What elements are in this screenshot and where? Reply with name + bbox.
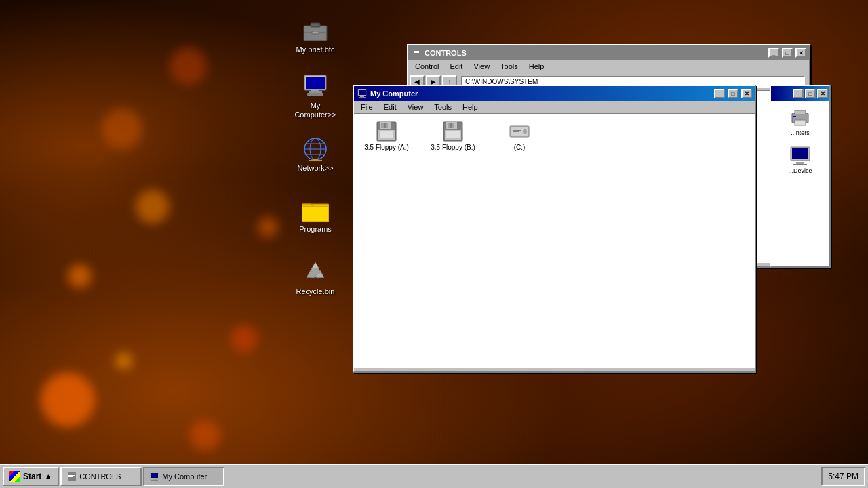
mycomputer-taskbar-icon [150,472,159,481]
menu-edit[interactable]: Edit [378,102,402,113]
desktop-icon-label: Programs [299,225,332,234]
svg-rect-32 [793,116,796,117]
controls-titlebar[interactable]: CONTROLS _ □ ✕ [408,45,809,60]
controls-taskbar-label: CONTROLS [79,472,121,481]
floppy-b-icon[interactable]: 3.5 Floppy (B:) [426,119,480,153]
partial-maximize[interactable]: □ [805,89,816,98]
partial-right-window: _ □ ✕ ...nters ...Device [770,85,831,268]
floppy-a-label: 3.5 Floppy (A:) [364,144,409,152]
menu-edit[interactable]: Edit [444,61,468,72]
start-arrow: ▲ [44,472,52,481]
svg-rect-9 [306,77,325,89]
svg-rect-34 [792,148,808,159]
desktop-icon-label: Network>> [297,164,333,173]
mycomputer-minimize-button[interactable]: _ [714,89,725,98]
hdd-c-icon[interactable]: (C:) [492,119,547,153]
svg-rect-11 [307,93,323,96]
svg-rect-52 [446,131,460,138]
start-icon [9,471,20,482]
floppy-a-icon[interactable]: 3.5 Floppy (A:) [359,119,414,153]
taskbar-clock: 5:47 PM [821,467,865,486]
svg-rect-65 [151,480,158,481]
hdd-c-label: (C:) [514,144,526,152]
desktop-icon-recycle[interactable]: Recycle.bin [292,259,339,296]
svg-rect-19 [309,160,322,161]
taskbar-controls-button[interactable]: CONTROLS [60,467,142,486]
computer-icon [302,73,329,100]
controls-close-button[interactable]: ✕ [795,48,806,58]
desktop-icon-mycomputer[interactable]: MyComputer>> [292,73,339,119]
menu-tools[interactable]: Tools [495,61,524,72]
desktop-icon-label: My brief.bfc [296,45,335,54]
svg-rect-57 [513,131,519,132]
desktop-icon-programs[interactable]: Programs [292,197,339,234]
mycomputer-close-button[interactable]: ✕ [741,89,752,98]
floppy-a-image [376,121,397,142]
start-label: Start [23,472,41,481]
mycomputer-titlebar[interactable]: My Computer _ □ ✕ [354,86,755,101]
svg-rect-39 [360,96,364,97]
mycomputer-maximize-button[interactable]: □ [728,89,738,98]
svg-rect-50 [450,123,452,128]
controls-taskbar-icon [67,472,77,481]
controls-maximize-button[interactable]: □ [782,48,793,58]
menu-file[interactable]: File [355,102,378,113]
svg-rect-56 [513,130,521,131]
svg-rect-38 [359,90,366,95]
svg-rect-63 [151,473,158,478]
menu-control[interactable]: Control [410,61,444,72]
partial-minimize[interactable]: _ [793,89,804,98]
partial-close[interactable]: ✕ [817,89,828,98]
floppy-b-label: 3.5 Floppy (B:) [431,144,475,152]
svg-rect-30 [795,110,806,115]
controls-window-icon [411,47,422,58]
svg-point-55 [523,129,527,134]
mycomputer-title: My Computer [370,89,711,98]
clock-time: 5:47 PM [828,472,859,481]
svg-rect-35 [796,162,804,164]
desktop-icon-label: Recycle.bin [296,287,335,296]
menu-view[interactable]: View [402,102,429,113]
mycomputer-taskbar-label: My Computer [162,472,207,481]
taskbar-mycomputer-button[interactable]: My Computer [143,467,224,486]
svg-rect-27 [414,52,419,53]
desktop-icon-network[interactable]: Network>> [292,136,339,173]
taskbar: Start ▲ CONTROLS My Computer 5:47 PM [0,464,868,488]
svg-rect-59 [68,474,75,474]
svg-rect-60 [68,475,75,476]
menu-help[interactable]: Help [524,61,550,72]
hdd-c-image [509,121,530,142]
svg-rect-46 [380,131,393,138]
floppy-b-image [442,121,464,142]
svg-rect-28 [414,54,417,54]
mycomputer-window: My Computer _ □ ✕ File Edit View Tools H… [353,85,756,373]
controls-minimize-button[interactable]: _ [768,48,779,58]
svg-rect-12 [309,92,322,93]
network-icon [302,136,329,163]
menu-help[interactable]: Help [457,102,484,113]
briefcase-icon [302,17,329,44]
partial-printers-icon: ...nters [789,106,811,136]
mycomputer-file-area: 3.5 Floppy (A:) 3.5 Floppy (B:) [354,114,755,368]
svg-rect-3 [312,31,319,34]
desktop-icon-mybriefcase[interactable]: My brief.bfc [292,17,339,54]
recycle-icon [302,259,329,286]
controls-title: CONTROLS [425,49,766,57]
svg-rect-44 [384,123,386,128]
svg-rect-21 [302,207,329,222]
mycomputer-window-icon [357,88,368,99]
svg-rect-61 [68,476,73,477]
start-button[interactable]: Start ▲ [3,467,59,486]
partial-device-icon: ...Device [788,144,812,174]
menu-tools[interactable]: Tools [429,102,457,113]
svg-rect-26 [414,51,419,52]
svg-rect-31 [795,120,806,125]
menu-view[interactable]: View [468,61,495,72]
controls-menubar: Control Edit View Tools Help [408,60,809,73]
svg-rect-40 [359,97,366,98]
mycomputer-menubar: File Edit View Tools Help [354,101,755,114]
svg-rect-1 [311,23,320,27]
desktop-icon-label: MyComputer>> [294,102,336,119]
svg-rect-36 [793,164,807,165]
folder-icon [302,197,329,224]
